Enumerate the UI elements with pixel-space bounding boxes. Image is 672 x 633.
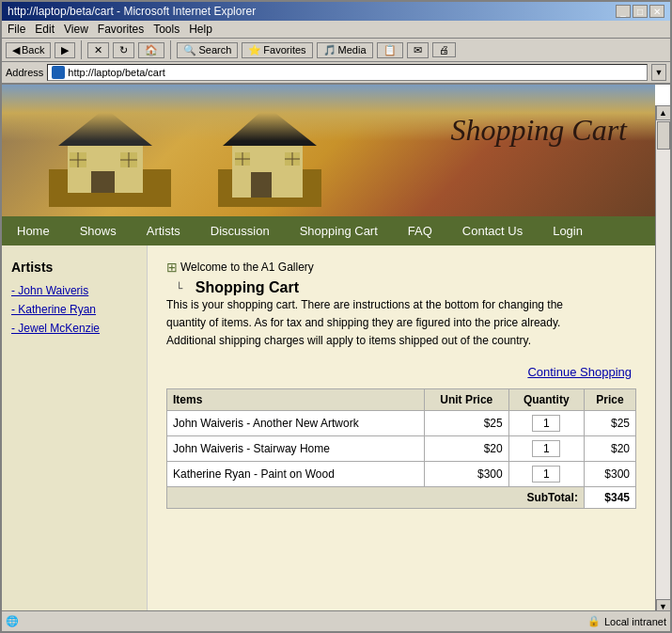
page-content: Shopping Cart Home Shows Artists Discuss… <box>2 85 670 614</box>
content-area: ⊞ Welcome to the A1 Gallery └ Shopping C… <box>148 245 655 614</box>
menu-view[interactable]: View <box>64 23 88 36</box>
item-name-2: John Waiveris - Stairway Home <box>167 435 425 461</box>
nav-artists[interactable]: Artists <box>132 216 195 245</box>
col-header-unit-price: Unit Price <box>424 388 508 410</box>
breadcrumb-home[interactable]: Welcome to the A1 Gallery <box>180 261 314 274</box>
price-1: $25 <box>584 410 635 435</box>
menu-bar: File Edit View Favorites Tools Help <box>2 21 670 39</box>
qty-input-2[interactable] <box>532 440 560 457</box>
menu-favorites[interactable]: Favorites <box>98 23 144 36</box>
col-header-price: Price <box>584 388 635 410</box>
scroll-track <box>656 120 671 599</box>
qty-cell-1 <box>508 410 584 435</box>
back-button[interactable]: ◀ Back <box>6 42 51 58</box>
window-title: http://laptop/beta/cart - Microsoft Inte… <box>8 5 256 18</box>
nav-discussion[interactable]: Discussion <box>195 216 285 245</box>
address-bar: Address http://laptop/beta/cart ▼ <box>2 62 670 85</box>
continue-shopping-link[interactable]: Continue Shopping <box>527 365 632 379</box>
nav-login[interactable]: Login <box>538 216 598 245</box>
toolbar-separator <box>81 40 82 59</box>
status-left: 🌐 <box>6 615 23 627</box>
sidebar-link-katherine[interactable]: - Katherine Ryan <box>11 303 137 316</box>
minimize-button[interactable]: _ <box>616 5 631 18</box>
nav-shows[interactable]: Shows <box>65 216 132 245</box>
main-layout: Artists - John Waiveris - Katherine Ryan… <box>2 245 655 614</box>
site-header: Shopping Cart <box>2 85 655 216</box>
status-bar: 🌐 🔒 Local intranet <box>2 610 670 631</box>
zone-text: Local intranet <box>604 616 666 627</box>
qty-cell-2 <box>508 435 584 461</box>
table-row: John Waiveris - Another New Artwork $25 … <box>167 410 636 435</box>
menu-file[interactable]: File <box>8 23 25 36</box>
status-icon: 🌐 <box>6 615 19 627</box>
forward-button[interactable]: ▶ <box>55 42 75 58</box>
refresh-button[interactable]: ↻ <box>113 42 134 58</box>
nav-contact-us[interactable]: Contact Us <box>447 216 538 245</box>
search-button[interactable]: 🔍 Search <box>177 42 238 58</box>
address-input-container: http://laptop/beta/cart <box>47 64 648 81</box>
sidebar: Artists - John Waiveris - Katherine Ryan… <box>2 245 148 614</box>
menu-help[interactable]: Help <box>189 23 212 36</box>
svg-rect-3 <box>91 171 115 193</box>
svg-rect-13 <box>251 172 272 198</box>
nav-shopping-cart[interactable]: Shopping Cart <box>285 216 393 245</box>
site-header-title: Shopping Cart <box>450 113 627 148</box>
title-bar-buttons: _ □ ✕ <box>616 5 664 18</box>
table-row: Katherine Ryan - Paint on Wood $300 $300 <box>167 461 636 486</box>
qty-cell-3 <box>508 461 584 486</box>
item-name-3: Katherine Ryan - Paint on Wood <box>167 461 425 486</box>
status-right: 🔒 Local intranet <box>587 615 666 627</box>
vertical-scrollbar: ▲ ▼ <box>655 105 670 614</box>
continue-shopping-row: Continue Shopping <box>166 365 636 379</box>
media-button[interactable]: 🎵 Media <box>317 42 373 58</box>
description-text: This is your shopping cart. There are in… <box>166 296 589 351</box>
nav-home[interactable]: Home <box>2 216 65 245</box>
menu-tools[interactable]: Tools <box>153 23 180 36</box>
scroll-up-button[interactable]: ▲ <box>656 105 671 120</box>
nav-bar: Home Shows Artists Discussion Shopping C… <box>2 216 655 245</box>
history-button[interactable]: 📋 <box>377 42 403 58</box>
address-url[interactable]: http://laptop/beta/cart <box>68 67 164 78</box>
toolbar: ◀ Back ▶ ✕ ↻ 🏠 🔍 Search ⭐ Favorites 🎵 Me… <box>2 39 670 62</box>
sidebar-link-john[interactable]: - John Waiveris <box>11 284 137 297</box>
zone-icon: 🔒 <box>587 615 601 627</box>
unit-price-3: $300 <box>424 461 508 486</box>
nav-faq[interactable]: FAQ <box>393 216 447 245</box>
sidebar-title: Artists <box>11 260 137 275</box>
breadcrumb-arrow: └ <box>176 282 182 295</box>
subtotal-label: SubTotal: <box>167 486 585 508</box>
breadcrumb: ⊞ Welcome to the A1 Gallery <box>166 260 636 275</box>
maximize-button[interactable]: □ <box>633 5 648 18</box>
price-3: $300 <box>584 461 635 486</box>
table-row: John Waiveris - Stairway Home $20 $20 <box>167 435 636 461</box>
subtotal-value: $345 <box>584 486 635 508</box>
close-button[interactable]: ✕ <box>649 5 664 18</box>
subtotal-row: SubTotal: $345 <box>167 486 636 508</box>
stop-button[interactable]: ✕ <box>87 42 109 58</box>
item-name-1: John Waiveris - Another New Artwork <box>167 410 425 435</box>
address-dropdown[interactable]: ▼ <box>651 64 666 81</box>
menu-edit[interactable]: Edit <box>35 23 55 36</box>
address-label: Address <box>6 67 43 78</box>
col-header-items: Items <box>167 388 425 410</box>
price-2: $20 <box>584 435 635 461</box>
scroll-thumb[interactable] <box>657 121 670 150</box>
toolbar-separator-2 <box>170 40 171 59</box>
title-bar: http://laptop/beta/cart - Microsoft Inte… <box>2 2 670 21</box>
col-header-quantity: Quantity <box>508 388 584 410</box>
page-title: Shopping Cart <box>195 279 299 295</box>
address-icon <box>52 66 65 79</box>
qty-input-1[interactable] <box>532 415 560 432</box>
breadcrumb-icon: ⊞ <box>166 260 178 275</box>
browser-window: http://laptop/beta/cart - Microsoft Inte… <box>0 0 672 633</box>
home-button[interactable]: 🏠 <box>138 42 164 58</box>
mail-button[interactable]: ✉ <box>407 42 429 58</box>
qty-input-3[interactable] <box>532 466 560 483</box>
sidebar-link-jewel[interactable]: - Jewel McKenzie <box>11 322 137 335</box>
cart-table: Items Unit Price Quantity Price John Wai… <box>166 388 636 509</box>
favorites-button[interactable]: ⭐ Favorites <box>242 42 312 58</box>
print-button[interactable]: 🖨 <box>432 42 456 57</box>
unit-price-2: $20 <box>424 435 508 461</box>
unit-price-1: $25 <box>424 410 508 435</box>
